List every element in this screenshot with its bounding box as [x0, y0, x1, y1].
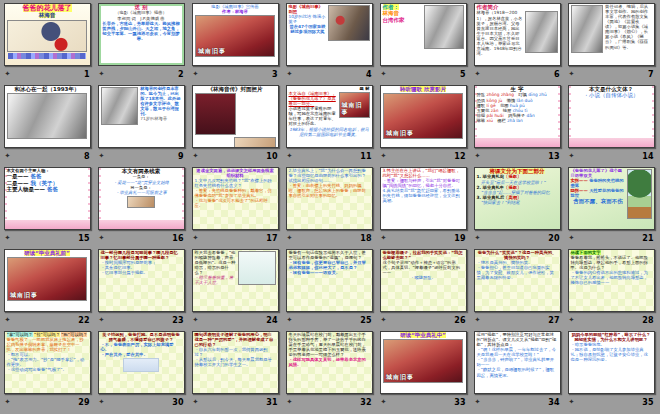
slide-sorter-view: 爸爸的花儿落了林海音✦1送 别（电影《城南旧事》插曲）李叔同 词 J.P.奥德威… [0, 0, 660, 413]
slide-cell: “拿”可以吗？ “拉”可以吗？ “抱”可以吗？爸爸气极了，一把把我从床上拖起来，… [0, 331, 94, 413]
transition-icon[interactable]: ✦ [475, 234, 481, 242]
transition-icon[interactable]: ✦ [193, 316, 199, 324]
slide-thumbnail-4[interactable]: 电影《城南旧事》剧照10岁的沈洁 饰演小英子曾在47个国家放映获过多项国际大奖 [286, 3, 373, 66]
transition-icon[interactable]: ✦ [287, 234, 293, 242]
slide-cell: 英子怕迟到，爸爸打她。是不是说明爸爸脾气暴躁，不懂得爱自己的孩子？・不，爸爸表面… [94, 331, 188, 413]
slide-thumbnail-9[interactable]: 林海音的创作是丰富的。迄今为止，已出版了18本书。此外还有许多文学评论、散文等，… [98, 85, 185, 148]
slide-thumbnail-28[interactable]: 品读下面的文字爸爸看着我，摇摇头，不说话了。他把脸转向墙那边，举起他的手，看那上… [568, 249, 655, 312]
slide-thumbnail-29[interactable]: “拿”可以吗？ “拉”可以吗？ “抱”可以吗？爸爸气极了，一把把我从床上拖起来，… [4, 331, 91, 394]
transition-icon[interactable]: ✦ [381, 152, 387, 160]
slide-thumbnail-16[interactable]: 本文有两条线索一条是：・爱花——“花”贯穿全文始终另一条是：・毕业典礼——写眼前… [98, 167, 185, 230]
slide-meta: ✦8 [4, 148, 91, 164]
slide-thumbnail-12[interactable]: 聆听骊歌 欣赏影片城南旧事 [380, 85, 467, 148]
slide-number: 21 [642, 234, 653, 243]
transition-icon[interactable]: ✦ [193, 398, 199, 406]
transition-icon[interactable]: ✦ [381, 398, 387, 406]
transition-icon[interactable]: ✦ [99, 316, 105, 324]
slide-thumbnail-1[interactable]: 爸爸的花儿落了林海音 [4, 3, 91, 66]
transition-icon[interactable]: ✦ [99, 152, 105, 160]
slide-cell: 题 解城南旧事本文选自《城南旧事》，《爸爸的花儿落了》是其最后一部分。小说透过英… [282, 85, 376, 167]
slide-text: ・从那以后，到今天，每天早晨我都是等待着校工开大门的学生之一。 [193, 357, 278, 367]
slide-number: 22 [78, 316, 89, 325]
slide-thumbnail-6[interactable]: 作者简介林海音（1918—2001），原名林含英，小名英子，原籍台湾。父母曾东渡… [474, 3, 561, 66]
poster-image: 城南旧事 [195, 15, 275, 57]
transition-icon[interactable]: ✦ [193, 152, 199, 160]
transition-icon[interactable]: ✦ [475, 316, 481, 324]
transition-icon[interactable]: ✦ [569, 398, 575, 406]
transition-icon[interactable]: ✦ [569, 234, 575, 242]
transition-icon[interactable]: ✦ [475, 70, 481, 78]
transition-icon[interactable]: ✦ [475, 152, 481, 160]
photo-warm-image [127, 196, 155, 208]
slide-meta: ✦19 [380, 230, 467, 246]
transition-icon[interactable]: ✦ [569, 316, 575, 324]
transition-icon[interactable]: ✦ [99, 70, 105, 78]
slide-cell: 作者简介林海音（1918—2001），原名林含英，小名英子，原籍台湾。父母曾东渡… [470, 3, 564, 85]
transition-icon[interactable]: ✦ [475, 398, 481, 406]
transition-icon[interactable]: ✦ [287, 316, 293, 324]
slide-cell: 这一部分哪几段是写眼前事？哪几段是忆旧事？忆旧事部分属于哪一种插叙？・按时间顺序… [94, 249, 188, 331]
transition-icon[interactable]: ✦ [193, 70, 199, 78]
transition-icon[interactable]: ✦ [5, 398, 11, 406]
slide-text: ・小说（自传体小说） [569, 92, 654, 98]
slide-thumbnail-34[interactable]: 运用“插叙”，要特别注意写好与正常叙述的“转折点”。课文几次又从“插叙”回到“现… [474, 331, 561, 394]
slide-number: 4 [366, 70, 372, 79]
slide-thumbnail-18[interactable]: 2.毕业典礼上，“我”为什么会一再想到爸爸？这些回忆是由眼前的什么事引出的？试找… [286, 167, 373, 230]
slide-thumbnail-7[interactable]: 曾任记者、编辑，后从事文学创作。她的创作丰富，代表作有散文集《两地》《芸窗夜读》… [568, 3, 655, 66]
slide-thumbnail-30[interactable]: 英子怕迟到，爸爸打她。是不是说明爸爸脾气暴躁，不懂得爱自己的孩子？・不，爸爸表面… [98, 331, 185, 394]
transition-icon[interactable]: ✦ [381, 234, 387, 242]
transition-icon[interactable]: ✦ [569, 152, 575, 160]
slide-thumbnail-8[interactable]: 和冰心在一起（1993年） [4, 85, 91, 148]
transition-icon[interactable]: ✦ [193, 234, 199, 242]
slide-text: 运用“插叙”，要特别注意写好与正常叙述的“转折点”。课文几次又从“插叙”回到“现… [475, 332, 560, 347]
slide-thumbnail-14[interactable]: 本文是什么文体？・小说（自传体小说） [568, 85, 655, 148]
slide-number: 11 [360, 152, 371, 161]
slide-thumbnail-3[interactable]: 电影《城南旧事》宣传画作者：林海音城南旧事 [192, 3, 279, 66]
slide-thumbnail-24[interactable]: 昨天我去看爸爸，“他的喉咙肿胀着，声音是低哑的”。这是一种暗示，暗示的是什么？・… [192, 249, 279, 312]
transition-icon[interactable]: ✦ [99, 398, 105, 406]
slide-thumbnail-22[interactable]: 研读“毕业典礼前”城南旧事 [4, 249, 91, 312]
transition-icon[interactable]: ✦ [99, 234, 105, 242]
slide-thumbnail-11[interactable]: 题 解城南旧事本文选自《城南旧事》，《爸爸的花儿落了》是其最后一部分。小说透过英… [286, 85, 373, 148]
transition-icon[interactable]: ✦ [381, 70, 387, 78]
slide-thumbnail-13[interactable]: 生 字肿胀 zhǒng zhàng 叮嘱 dīng zhǔ恐惧 kǒng jù … [474, 85, 561, 148]
slide-thumbnail-21[interactable]: 《爸爸的花儿落了》这个题目语带双关实指—— 爸爸种的夹竹桃的垂落隐指—— 天性爱… [568, 167, 655, 230]
slide-number: 17 [266, 234, 277, 243]
slide-thumbnail-5[interactable]: 作者：林海音台湾作家 [380, 3, 467, 66]
slide-thumbnail-31[interactable]: 哪句话表明英子理解了爸爸的用心，明白这是一种“严厉的爱”，并把理解变成了自己的行… [192, 331, 279, 394]
slide-meta: ✦2 [98, 66, 185, 82]
slide-thumbnail-33[interactable]: 研读“毕业典礼中”城南旧事 [380, 331, 467, 394]
slide-thumbnail-27[interactable]: 爸爸为什么“笑笑说”？这是一种高兴的、愉快的笑吗？・绝不是高兴的、愉快的笑。・爸… [474, 249, 561, 312]
slide-thumbnail-20[interactable]: 将课文分为下面三部分1. 毕业典礼前〔插叙〕 开头至“最后一天在这学校里啦！”2… [474, 167, 561, 230]
slide-thumbnail-25[interactable]: 爸爸有一句话也预示他将不久于人世，甚至可以看作是爸爸的“遗嘱”，是哪句？・没有爸… [286, 249, 373, 312]
transition-icon[interactable]: ✦ [287, 398, 293, 406]
photo-bw-image [525, 11, 558, 53]
slide-thumbnail-17[interactable]: 速读全文两遍，说说课文怎样用两条线索组织材料1.文中几次写到夹竹桃？“我”衣襟上… [192, 167, 279, 230]
transition-icon[interactable]: ✦ [5, 234, 11, 242]
slide-cell: 本文有两条线索一条是：・爱花——“花”贯穿全文始终另一条是：・毕业典礼——写眼前… [94, 167, 188, 249]
slide-thumbnail-2[interactable]: 送 别（电影《城南旧事》插曲）李叔同 词 J.P.奥德威 曲长亭外，古道边，芳草… [98, 3, 185, 66]
transition-icon[interactable]: ✦ [569, 70, 575, 78]
slide-thumbnail-19[interactable]: 3.韩主任在台上讲话，“我们”唱起骊歌，此时“我”又想起什么……・答案：骊歌与钟… [380, 167, 467, 230]
slide-text: 长亭外，古道边，芳草碧连天。晚风拂柳笛声残，夕阳山外山。天之涯，地之角，知交半零… [99, 21, 184, 41]
slide-text: 林海音 [5, 12, 90, 18]
slide-cell: 本文是什么文体？・小说（自传体小说）✦14 [564, 85, 658, 167]
slide-thumbnail-35[interactable]: 妈妈今早的眼睛“红肿着”，暗示了什么？她知道实情，为什么不和女儿讲明呢？・暗示爸… [568, 331, 655, 394]
slide-thumbnail-26[interactable]: 爸爸哑着嗓子，拉起我的手笑笑说：“我怎么能够去呢？”这个句子采用“动作＋神态＋语… [380, 249, 467, 312]
slide-thumbnail-23[interactable]: 这一部分哪几段是写眼前事？哪几段是忆旧事？忆旧事部分属于哪一种插叙？・按时间顺序… [98, 249, 185, 312]
slide-text: 这个句子采用“动作＋神态＋语言”的形式，具体真切。“哑着嗓子”还呼应前文的—— [381, 260, 466, 275]
transition-icon[interactable]: ✦ [287, 70, 293, 78]
transition-icon[interactable]: ✦ [5, 70, 11, 78]
slide-cell: 研读“毕业典礼中”城南旧事✦33 [376, 331, 470, 413]
transition-icon[interactable]: ✦ [381, 316, 387, 324]
transition-icon[interactable]: ✦ [5, 152, 11, 160]
slide-thumbnail-10[interactable]: 《林海音传》封面照片 [192, 85, 279, 148]
slide-cell: 电影《城南旧事》宣传画作者：林海音城南旧事✦3 [188, 3, 282, 85]
slide-thumbnail-32[interactable]: 冬天的清晨站在校门前，戴着露出五个手指头的那种手套，举了一块热乎乎的烤白薯在手里… [286, 331, 373, 394]
photo-bw-image [424, 5, 463, 49]
transition-icon[interactable]: ✦ [5, 316, 11, 324]
slide-thumbnail-15[interactable]: 本文有两个主要人物：一是—— 爸爸二是—— 我（英子）主要人物是—— 爸爸 [4, 167, 91, 230]
slide-cell: 爸爸哑着嗓子，拉起我的手笑笑说：“我怎么能够去呢？”这个句子采用“动作＋神态＋语… [376, 249, 470, 331]
transition-icon[interactable]: ✦ [287, 152, 293, 160]
slide-cell: 和冰心在一起（1993年）✦8 [0, 85, 94, 167]
